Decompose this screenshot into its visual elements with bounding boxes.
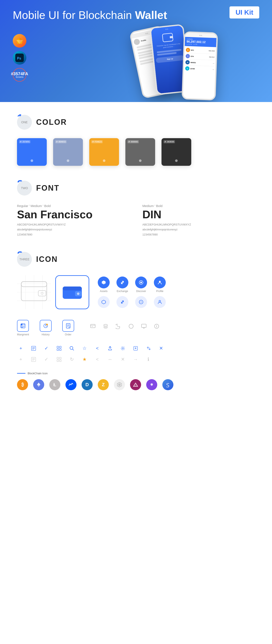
icon-section-title: ICON xyxy=(36,255,58,264)
close-icon-active: ✕ xyxy=(157,344,165,352)
phone-mockups: 9:41 Profile 9:41 xyxy=(128,13,272,102)
plus-icon-active: + xyxy=(17,344,25,352)
svg-rect-14 xyxy=(38,290,46,296)
refresh-icon-inactive: ↻ xyxy=(68,356,76,363)
svg-rect-45 xyxy=(142,324,146,328)
phone-mockup-3: 9:41 myWallet $6,297,502.12 ▲ 502.33 12-… xyxy=(182,31,218,100)
arrow-right-inactive: → xyxy=(132,356,140,363)
tool-icons-inactive-row: + ✓ ↻ ★ < ↔ xyxy=(17,356,255,363)
grid-icon-active xyxy=(55,344,63,352)
nav-icons-container: Assets Exchange xyxy=(98,276,166,308)
svg-rect-56 xyxy=(60,349,61,350)
svg-rect-69 xyxy=(60,360,61,362)
discover-icon-ghost xyxy=(135,296,147,308)
color-section-title: COLOR xyxy=(36,118,67,127)
colors-grid: # 3574FA # 8DA0C8 # F5A623 xyxy=(17,138,255,166)
sx-icon xyxy=(162,379,174,390)
blockchain-line xyxy=(17,373,26,374)
svg-marker-73 xyxy=(118,383,121,386)
svg-marker-75 xyxy=(134,383,138,386)
matic-icon xyxy=(146,379,157,390)
svg-point-44 xyxy=(129,324,133,328)
profile-icon xyxy=(154,276,166,288)
star-icon-gold: ★ xyxy=(81,356,88,363)
ethereum-icon xyxy=(33,379,44,390)
swap-icon-active xyxy=(144,344,152,352)
management-icon-item: Mangment xyxy=(17,320,29,336)
zcash-icon: Z xyxy=(98,379,109,390)
list-icon-inactive xyxy=(30,356,38,363)
search-icon-active xyxy=(68,344,76,352)
svg-rect-66 xyxy=(57,357,59,359)
section-number-2: 2 TWO xyxy=(17,181,32,196)
svg-point-43 xyxy=(104,324,108,326)
screens-badge: #3574FA Screens xyxy=(13,68,26,82)
svg-rect-40 xyxy=(90,324,95,328)
nav-icon-assets: Assets xyxy=(98,276,110,293)
ps-badge: Ps xyxy=(13,51,26,64)
augur-icon xyxy=(130,379,141,390)
grid-lines xyxy=(17,275,51,309)
misc-icons-row xyxy=(89,322,160,330)
assets-icon xyxy=(98,276,110,288)
close-icon-inactive: ✕ xyxy=(119,356,127,363)
exchange-icon-ghost xyxy=(116,296,128,308)
check-icon-active: ✓ xyxy=(42,344,50,352)
chevron-left-inactive: < xyxy=(94,356,101,363)
color-card-gray: # 666666 xyxy=(126,138,155,166)
grid-icon-inactive xyxy=(55,356,63,363)
svg-rect-30 xyxy=(21,324,22,326)
svg-rect-17 xyxy=(63,286,82,290)
color-section: 1 ONE COLOR # 3574FA # 8DA0C8 xyxy=(17,115,255,166)
svg-rect-68 xyxy=(57,360,59,362)
svg-point-48 xyxy=(156,325,157,326)
layers-icon xyxy=(102,322,110,330)
color-card-slate: # 8DA0C8 xyxy=(53,138,83,166)
chat-icon xyxy=(89,322,97,330)
icon-section: 3 THREE ICON xyxy=(17,252,255,390)
bitcoin-icon: ₿ xyxy=(17,379,28,390)
wallet-icon-outline-box xyxy=(17,275,51,309)
settings-icon-active xyxy=(119,344,127,352)
font-section: 2 TWO FONT Regular ' Medium ' Bold San F… xyxy=(17,181,255,237)
crypto-icons-row: ₿ Ł D Z xyxy=(17,379,255,390)
wallet-icon-filled-box xyxy=(55,275,89,309)
svg-rect-67 xyxy=(60,357,61,359)
dash-icon: D xyxy=(82,379,93,390)
font-section-title: FONT xyxy=(36,184,60,192)
icon-showcase-row: Assets Exchange xyxy=(17,275,255,309)
svg-point-59 xyxy=(122,348,124,349)
svg-rect-54 xyxy=(60,346,61,348)
main-content: 1 ONE COLOR # 3574FA # 8DA0C8 xyxy=(0,102,272,418)
plus-icon-inactive: + xyxy=(17,356,25,363)
neo-icon xyxy=(114,379,125,390)
nav-icons-ghost-row xyxy=(98,296,166,308)
share-icon-active xyxy=(106,344,114,352)
fonts-grid: Regular ' Medium ' Bold San Francisco AB… xyxy=(17,204,255,237)
moon-icon xyxy=(114,322,122,330)
svg-rect-36 xyxy=(66,324,70,328)
icon-section-header: 3 THREE ICON xyxy=(17,252,255,267)
history-icon-item: History xyxy=(40,320,52,336)
nav-icon-discover: Discover xyxy=(135,276,147,293)
litecoin-icon: Ł xyxy=(49,379,60,390)
waves-icon xyxy=(66,379,76,390)
history-icon xyxy=(40,320,52,332)
nav-icon-profile: Profile xyxy=(154,276,166,293)
exchange-icon xyxy=(116,276,128,288)
nav-icon-exchange: Exchange xyxy=(116,276,128,293)
font-section-header: 2 TWO FONT xyxy=(17,181,255,196)
section-number-3: 3 THREE xyxy=(17,252,32,267)
nav-icons-filled-row: Assets Exchange xyxy=(98,276,166,293)
font-din: Medium ' Bold DIN ABCDEFGHIJKLMNOPQRSTUV… xyxy=(142,204,255,237)
svg-rect-53 xyxy=(57,346,59,348)
discover-icon xyxy=(135,276,147,288)
svg-point-24 xyxy=(159,281,161,282)
circle-icon xyxy=(127,322,135,330)
chevron-left-icon-active: < xyxy=(94,344,101,352)
star-icon-active: ☆ xyxy=(81,344,88,352)
bottom-nav-icons-row: Mangment History xyxy=(17,320,255,336)
svg-point-19 xyxy=(77,292,80,295)
profile-icon-ghost xyxy=(154,296,166,308)
info-icon-inactive: ℹ xyxy=(144,356,152,363)
